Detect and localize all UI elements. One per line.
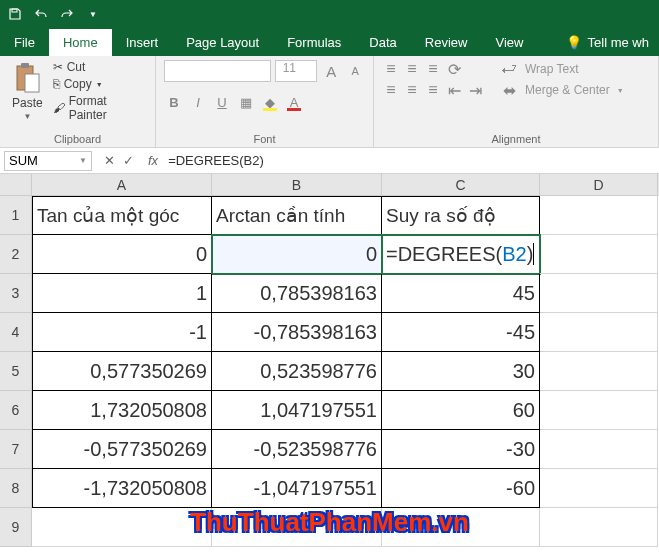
tab-insert[interactable]: Insert: [112, 29, 173, 56]
name-box[interactable]: SUM▼: [4, 151, 92, 171]
cell-d2[interactable]: [540, 235, 658, 274]
align-bottom-icon[interactable]: ≡: [424, 60, 442, 78]
cell-d8[interactable]: [540, 469, 658, 508]
row-header-2[interactable]: 2: [0, 235, 32, 274]
tab-review[interactable]: Review: [411, 29, 482, 56]
bold-button[interactable]: B: [164, 92, 184, 112]
tab-formulas[interactable]: Formulas: [273, 29, 355, 56]
col-header-b[interactable]: B: [212, 174, 382, 196]
copy-button[interactable]: ⎘Copy▼: [53, 77, 147, 91]
col-header-a[interactable]: A: [32, 174, 212, 196]
col-header-d[interactable]: D: [540, 174, 658, 196]
orientation-icon[interactable]: ⟳: [445, 60, 463, 78]
align-middle-icon[interactable]: ≡: [403, 60, 421, 78]
tell-me[interactable]: 💡Tell me wh: [556, 29, 659, 56]
cell-c5[interactable]: 30: [382, 352, 540, 391]
format-painter-button[interactable]: 🖌Format Painter: [53, 94, 147, 122]
cell-a7[interactable]: -0,577350269: [32, 430, 212, 469]
row-header-7[interactable]: 7: [0, 430, 32, 469]
cell-c6[interactable]: 60: [382, 391, 540, 430]
row-header-4[interactable]: 4: [0, 313, 32, 352]
cell-a1[interactable]: Tan của một góc: [32, 196, 212, 235]
tell-me-label: Tell me wh: [588, 35, 649, 50]
cell-c3[interactable]: 45: [382, 274, 540, 313]
col-header-c[interactable]: C: [382, 174, 540, 196]
italic-button[interactable]: I: [188, 92, 208, 112]
cell-a5[interactable]: 0,577350269: [32, 352, 212, 391]
row-header-5[interactable]: 5: [0, 352, 32, 391]
scissors-icon: ✂: [53, 60, 63, 74]
tab-pagelayout[interactable]: Page Layout: [172, 29, 273, 56]
cell-b7[interactable]: -0,523598776: [212, 430, 382, 469]
cell-d6[interactable]: [540, 391, 658, 430]
cell-a2[interactable]: 0: [32, 235, 212, 274]
wrap-text-button[interactable]: ⮐Wrap Text: [500, 60, 624, 78]
align-left-icon[interactable]: ≡: [382, 81, 400, 99]
align-right-icon[interactable]: ≡: [424, 81, 442, 99]
grow-font-icon[interactable]: A: [321, 61, 341, 81]
formula-suffix: ): [527, 243, 534, 266]
row-header-3[interactable]: 3: [0, 274, 32, 313]
save-icon[interactable]: [8, 7, 22, 21]
cell-b4[interactable]: -0,785398163: [212, 313, 382, 352]
cell-c7[interactable]: -30: [382, 430, 540, 469]
cell-c2-editing[interactable]: =DEGREES(B2): [382, 235, 540, 274]
increase-indent-icon[interactable]: ⇥: [466, 81, 484, 99]
cell-d3[interactable]: [540, 274, 658, 313]
cell-a8[interactable]: -1,732050808: [32, 469, 212, 508]
table-row: 3 1 0,785398163 45: [0, 274, 659, 313]
cell-c8[interactable]: -60: [382, 469, 540, 508]
cell-d9[interactable]: [540, 508, 658, 547]
select-all-corner[interactable]: [0, 174, 32, 196]
align-top-icon[interactable]: ≡: [382, 60, 400, 78]
cell-a6[interactable]: 1,732050808: [32, 391, 212, 430]
tab-data[interactable]: Data: [355, 29, 410, 56]
shrink-font-icon[interactable]: A: [345, 61, 365, 81]
worksheet: A B C D 1 Tan của một góc Arctan cần tín…: [0, 174, 659, 547]
group-clipboard: Paste ▼ ✂Cut ⎘Copy▼ 🖌Format Painter Clip…: [0, 56, 156, 147]
row-header-8[interactable]: 8: [0, 469, 32, 508]
tab-view[interactable]: View: [481, 29, 537, 56]
row-header-1[interactable]: 1: [0, 196, 32, 235]
cell-b3[interactable]: 0,785398163: [212, 274, 382, 313]
paste-button[interactable]: Paste ▼: [8, 60, 47, 131]
align-center-icon[interactable]: ≡: [403, 81, 421, 99]
cell-c4[interactable]: -45: [382, 313, 540, 352]
fx-icon[interactable]: fx: [148, 153, 158, 168]
cell-a3[interactable]: 1: [32, 274, 212, 313]
paste-icon: [13, 62, 41, 94]
fill-color-button[interactable]: ◆: [260, 92, 280, 112]
cell-b6[interactable]: 1,047197551: [212, 391, 382, 430]
undo-icon[interactable]: [34, 7, 48, 21]
cell-d4[interactable]: [540, 313, 658, 352]
cell-b1[interactable]: Arctan cần tính: [212, 196, 382, 235]
row-header-9[interactable]: 9: [0, 508, 32, 547]
cell-a9[interactable]: [32, 508, 212, 547]
cell-d7[interactable]: [540, 430, 658, 469]
cell-b2[interactable]: 0: [212, 235, 382, 274]
qat-customize-icon[interactable]: ▼: [86, 7, 100, 21]
font-name-combo[interactable]: [164, 60, 271, 82]
underline-button[interactable]: U: [212, 92, 232, 112]
merge-center-button[interactable]: ⬌Merge & Center▼: [500, 81, 624, 99]
cell-c1[interactable]: Suy ra số độ: [382, 196, 540, 235]
borders-button[interactable]: ▦: [236, 92, 256, 112]
enter-formula-icon[interactable]: ✓: [123, 153, 134, 168]
row-header-6[interactable]: 6: [0, 391, 32, 430]
cut-label: Cut: [67, 60, 86, 74]
cell-d5[interactable]: [540, 352, 658, 391]
font-size-combo[interactable]: 11: [275, 60, 317, 82]
cut-button[interactable]: ✂Cut: [53, 60, 147, 74]
cell-a4[interactable]: -1: [32, 313, 212, 352]
copy-label: Copy: [64, 77, 92, 91]
decrease-indent-icon[interactable]: ⇤: [445, 81, 463, 99]
font-color-button[interactable]: A: [284, 92, 304, 112]
cell-d1[interactable]: [540, 196, 658, 235]
redo-icon[interactable]: [60, 7, 74, 21]
cell-b8[interactable]: -1,047197551: [212, 469, 382, 508]
formula-input[interactable]: =DEGREES(B2): [164, 153, 659, 168]
tab-file[interactable]: File: [0, 29, 49, 56]
cancel-formula-icon[interactable]: ✕: [104, 153, 115, 168]
tab-home[interactable]: Home: [49, 29, 112, 56]
cell-b5[interactable]: 0,523598776: [212, 352, 382, 391]
